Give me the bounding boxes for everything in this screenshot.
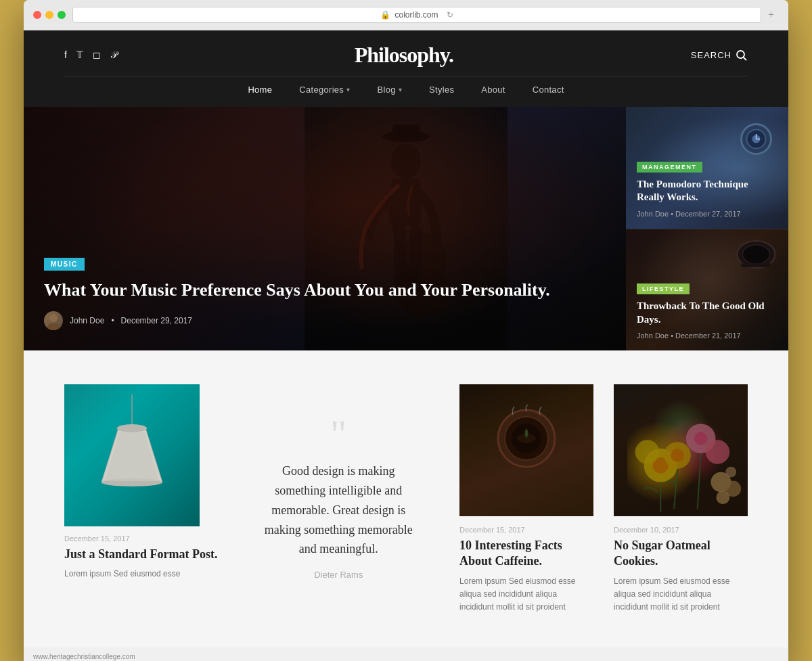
browser-chrome: 🔒 colorlib.com ↻ + — [24, 0, 788, 30]
card-tag: LIFESTYLE — [637, 283, 690, 294]
lamp-post-title: Just a Standard Format Post. — [64, 547, 218, 562]
svg-marker-25 — [105, 432, 159, 481]
minimize-button[interactable] — [45, 11, 53, 19]
hero-title: What Your Music Preference Says About Yo… — [44, 279, 606, 302]
hero-sidebar: MANAGEMENT The Pomodoro Technique Really… — [626, 107, 788, 350]
cookies-post-card[interactable]: December 10, 2017 No Sugar Oatmeal Cooki… — [614, 384, 748, 614]
nav-blog[interactable]: Blog ▾ — [377, 85, 402, 95]
svg-point-12 — [49, 314, 58, 322]
close-button[interactable] — [33, 11, 41, 19]
coffee-svg — [493, 405, 560, 493]
lamp-image — [64, 384, 200, 526]
svg-point-0 — [737, 51, 744, 58]
sidebar-card-management[interactable]: MANAGEMENT The Pomodoro Technique Really… — [626, 107, 788, 229]
main-nav: Home Categories ▾ Blog ▾ Styles About Co… — [64, 76, 748, 95]
coffee-cup-icon — [493, 405, 560, 495]
card-tag: MANAGEMENT — [637, 162, 702, 173]
flowers-image — [614, 384, 748, 516]
quote-text: Good design is making something intellig… — [258, 461, 420, 559]
footer-bar: www.heritagechristiancollege.com — [24, 647, 788, 661]
device-svg — [738, 120, 775, 158]
reload-icon[interactable]: ↻ — [447, 10, 453, 20]
caffeine-post-excerpt: Lorem ipsum Sed eiusmod esse aliqua sed … — [459, 575, 593, 614]
search-icon — [736, 49, 748, 62]
caffeine-post-date: December 15, 2017 — [459, 526, 593, 534]
quote-card: " Good design is making something intell… — [238, 384, 440, 614]
maximize-button[interactable] — [58, 11, 66, 19]
nav-home[interactable]: Home — [248, 85, 272, 95]
header-top: f 𝕋 ◻ 𝒫 Philosophy. SEARCH — [64, 43, 748, 76]
card-author: John Doe — [637, 332, 669, 340]
twitter-icon[interactable]: 𝕋 — [76, 49, 83, 61]
author-avatar — [44, 311, 63, 330]
helmet-icon — [734, 240, 778, 276]
facebook-icon[interactable]: f — [64, 49, 67, 61]
card-date: December 27, 2017 — [675, 210, 741, 218]
search-label: SEARCH — [691, 50, 731, 60]
caffeine-post-title: 10 Interesting Facts About Caffeine. — [459, 538, 593, 570]
svg-point-13 — [47, 323, 60, 330]
card-content: MANAGEMENT The Pomodoro Technique Really… — [637, 160, 777, 218]
caffeine-post-card[interactable]: December 15, 2017 10 Interesting Facts A… — [459, 384, 593, 614]
pinterest-icon[interactable]: 𝒫 — [110, 49, 117, 61]
card-content: LIFESTYLE Throwback To The Good Old Days… — [637, 281, 777, 340]
card-author: John Doe — [637, 210, 669, 218]
svg-rect-45 — [614, 385, 748, 516]
new-tab-button[interactable]: + — [768, 9, 779, 20]
footer-url: www.heritagechristiancollege.com — [33, 653, 135, 660]
lamp-svg — [91, 394, 173, 516]
chevron-down-icon: ▾ — [346, 86, 350, 93]
lamp-post-excerpt: Lorem ipsum Sed eiusmod esse — [64, 568, 218, 580]
avatar-image — [44, 311, 63, 330]
cookies-post-excerpt: Lorem ipsum Sed eiusmod esse aliqua sed … — [614, 575, 748, 614]
music-tag: MUSIC — [44, 258, 85, 271]
helmet-svg — [734, 240, 778, 273]
traffic-lights — [33, 11, 66, 19]
flowers-svg — [614, 384, 748, 516]
coffee-image — [459, 384, 593, 516]
cookies-post-title: No Sugar Oatmeal Cookies. — [614, 538, 748, 570]
chevron-down-icon: ▾ — [399, 86, 402, 93]
card-date: December 21, 2017 — [675, 332, 741, 340]
svg-point-20 — [743, 245, 770, 264]
hero-section: MUSIC What Your Music Preference Says Ab… — [24, 107, 788, 350]
lock-icon: 🔒 — [380, 10, 390, 20]
instagram-icon[interactable]: ◻ — [93, 49, 101, 61]
nav-categories[interactable]: Categories ▾ — [299, 85, 350, 95]
card-title: Throwback To The Good Old Days. — [637, 300, 777, 326]
social-icons: f 𝕋 ◻ 𝒫 — [64, 49, 117, 61]
card-meta: John Doe • December 27, 2017 — [637, 210, 777, 218]
author-name: John Doe — [70, 316, 104, 325]
url-text: colorlib.com — [394, 10, 438, 20]
posts-row: December 15, 2017 Just a Standard Format… — [64, 384, 748, 614]
site-logo[interactable]: Philosophy. — [355, 43, 453, 68]
site-header: f 𝕋 ◻ 𝒫 Philosophy. SEARCH — [24, 30, 788, 107]
browser-window: 🔒 colorlib.com ↻ + f 𝕋 ◻ 𝒫 Philosophy. — [24, 0, 788, 661]
quote-marks: " — [330, 418, 347, 451]
card-title: The Pomodoro Technique Really Works. — [637, 178, 777, 204]
card-meta: John Doe • December 21, 2017 — [637, 332, 777, 340]
lamp-svg-container — [64, 384, 200, 526]
article-date: December 29, 2017 — [121, 316, 192, 325]
lamp-post-card[interactable]: December 15, 2017 Just a Standard Format… — [64, 384, 218, 614]
svg-point-26 — [117, 424, 147, 432]
featured-article[interactable]: MUSIC What Your Music Preference Says Ab… — [24, 107, 626, 350]
lamp-post-date: December 15, 2017 — [64, 534, 218, 543]
cookies-post-date: December 10, 2017 — [614, 526, 748, 534]
search-button[interactable]: SEARCH — [691, 49, 748, 62]
hero-content: MUSIC What Your Music Preference Says Ab… — [44, 257, 606, 330]
nav-about[interactable]: About — [481, 85, 505, 95]
nav-contact[interactable]: Contact — [533, 85, 564, 95]
website: f 𝕋 ◻ 𝒫 Philosophy. SEARCH — [24, 30, 788, 661]
svg-rect-21 — [741, 263, 771, 267]
main-content: December 15, 2017 Just a Standard Format… — [24, 350, 788, 647]
address-bar[interactable]: 🔒 colorlib.com ↻ — [72, 7, 761, 23]
dot-separator: • — [111, 316, 114, 325]
hero-author: John Doe • December 29, 2017 — [44, 311, 606, 330]
quote-author: Dieter Rams — [314, 570, 363, 580]
nav-styles[interactable]: Styles — [429, 85, 454, 95]
watch-icon — [738, 120, 775, 160]
svg-line-1 — [743, 57, 746, 60]
sidebar-card-lifestyle[interactable]: LIFESTYLE Throwback To The Good Old Days… — [626, 229, 788, 351]
